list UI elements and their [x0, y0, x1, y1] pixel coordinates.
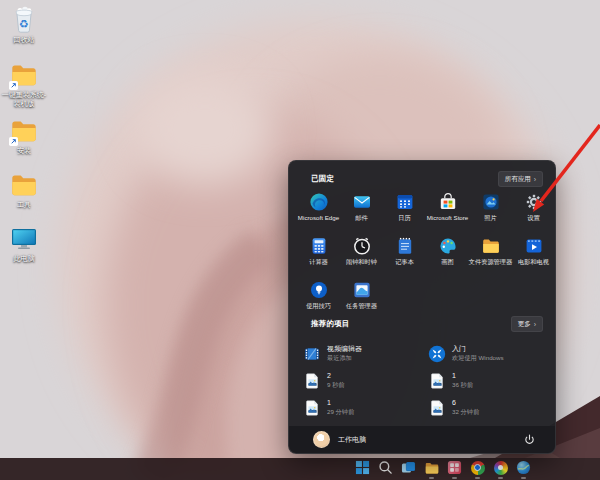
all-apps-label: 所有应用 — [505, 175, 531, 184]
rainbow-browser-icon — [493, 460, 509, 476]
pinned-app-notepad[interactable]: 记事本 — [383, 236, 426, 268]
pinned-app-settings[interactable]: 设置 — [512, 192, 555, 224]
taskbar-task-view-button[interactable] — [400, 459, 417, 479]
file-explorer-icon — [424, 460, 440, 476]
pinned-app-label: 使用技巧 — [306, 302, 331, 311]
desktop-icon-label: 一键重装系统- — [2, 91, 46, 99]
taskbar-file-explorer[interactable] — [423, 459, 440, 479]
recommended-subtitle: 9 秒前 — [327, 381, 345, 389]
pinned-app-task-manager[interactable]: 任务管理器 — [340, 280, 383, 312]
power-icon — [524, 434, 535, 445]
desktop-icon-label: 装机版 — [14, 100, 35, 108]
recommended-title: 6 — [452, 399, 479, 408]
calculator-icon — [309, 236, 329, 256]
search-icon — [378, 460, 394, 476]
taskbar-pink-app[interactable] — [446, 459, 463, 479]
taskbar — [0, 458, 600, 480]
folder-icon — [9, 116, 39, 146]
alarms-clock-icon — [352, 236, 372, 256]
pinned-app-mail[interactable]: 邮件 — [340, 192, 383, 224]
recommended-item-recent-file[interactable]: 129 分钟前 — [303, 398, 428, 417]
recommended-grid: 视频编辑器最近添加 入门欢迎使用 Windows 29 秒前 136 秒前 12… — [303, 344, 546, 417]
pinned-app-alarms-clock[interactable]: 闹钟和时钟 — [340, 236, 383, 268]
user-avatar[interactable] — [313, 431, 330, 448]
get-started-icon — [428, 344, 446, 364]
folder-icon — [9, 60, 39, 90]
recommended-subtitle: 29 分钟前 — [327, 408, 354, 416]
pinned-app-label: 设置 — [527, 214, 539, 223]
running-indicator — [429, 477, 434, 479]
more-button[interactable]: 更多 › — [511, 316, 543, 332]
desktop-icon-setup-shortcut[interactable]: 一键重装系统- 装机版 — [0, 60, 48, 108]
recommended-item-recent-file[interactable]: 29 秒前 — [303, 371, 428, 390]
running-indicator — [475, 477, 480, 479]
taskbar-chrome[interactable] — [469, 459, 486, 479]
desktop-icon-label: 工具 — [17, 201, 31, 209]
recommended-title: 1 — [327, 399, 354, 408]
taskbar-start-button[interactable] — [354, 459, 371, 479]
recommended-title: 1 — [452, 372, 473, 381]
image-file-icon — [428, 371, 446, 391]
settings-gear-icon — [524, 192, 544, 212]
pinned-app-microsoft-store[interactable]: Microsoft Store — [426, 192, 469, 224]
shortcut-arrow-icon — [9, 137, 18, 146]
pinned-app-label: 文件资源管理器 — [469, 258, 512, 267]
pinned-app-paint[interactable]: 画图 — [426, 236, 469, 268]
file-explorer-icon — [481, 236, 501, 256]
video-editor-icon — [303, 344, 321, 364]
recommended-item-recent-file[interactable]: 136 秒前 — [428, 371, 546, 390]
pinned-app-label: 日历 — [398, 214, 410, 223]
chevron-right-icon: › — [534, 321, 536, 328]
pinned-app-calculator[interactable]: 计算器 — [297, 236, 340, 268]
desktop-icon-tools-folder[interactable]: 工具 — [0, 170, 48, 209]
desktop-screen: ♻ 回收站 一键重装系统- 装机版 安装 — [0, 0, 600, 480]
desktop-icon-this-pc[interactable]: 此电脑 — [0, 224, 48, 263]
user-name[interactable]: 工作电脑 — [338, 435, 366, 445]
pinned-app-photos[interactable]: 照片 — [469, 192, 512, 224]
pinned-apps-grid: Microsoft Edge 邮件 日历 Microsoft Store 照片 — [297, 192, 555, 312]
recommended-item-get-started[interactable]: 入门欢迎使用 Windows — [428, 344, 546, 363]
running-indicator — [452, 477, 457, 479]
mail-icon — [352, 192, 372, 212]
desktop-icon-recycle-bin[interactable]: ♻ 回收站 — [0, 5, 48, 44]
desktop-icon-install-shortcut[interactable]: 安装 — [0, 116, 48, 155]
recommended-subtitle: 欢迎使用 Windows — [452, 354, 504, 362]
taskbar-icon-row — [354, 459, 532, 479]
svg-text:♻: ♻ — [19, 18, 29, 30]
task-manager-icon — [352, 280, 372, 300]
taskbar-globe-browser[interactable] — [515, 459, 532, 479]
desktop-icon-label: 此电脑 — [14, 255, 35, 263]
recommended-subtitle: 最近添加 — [327, 354, 362, 362]
start-menu-footer: 工作电脑 — [289, 426, 555, 453]
taskbar-rainbow-browser[interactable] — [492, 459, 509, 479]
desktop-icon-label: 回收站 — [14, 36, 35, 44]
pinned-app-microsoft-edge[interactable]: Microsoft Edge — [297, 192, 340, 224]
recommended-item-recent-file[interactable]: 632 分钟前 — [428, 398, 546, 417]
power-button[interactable] — [523, 434, 535, 446]
monitor-icon — [9, 224, 39, 254]
recommended-title: 2 — [327, 372, 345, 381]
calendar-icon — [395, 192, 415, 212]
all-apps-button[interactable]: 所有应用 › — [498, 171, 543, 187]
recommended-section-header: 推荐的项目 — [311, 319, 350, 329]
photos-icon — [481, 192, 501, 212]
task-view-icon — [401, 460, 417, 476]
recommended-title: 入门 — [452, 345, 504, 354]
store-icon — [438, 192, 458, 212]
pinned-app-label: 电影和电视 — [518, 258, 549, 267]
chrome-icon — [470, 460, 486, 476]
pinned-app-file-explorer[interactable]: 文件资源管理器 — [469, 236, 512, 268]
pinned-app-tips[interactable]: 使用技巧 — [297, 280, 340, 312]
pinned-app-label: Microsoft Edge — [298, 214, 339, 221]
pinned-app-movies-tv[interactable]: 电影和电视 — [512, 236, 555, 268]
tips-icon — [309, 280, 329, 300]
taskbar-search-button[interactable] — [377, 459, 394, 479]
pink-app-icon — [447, 460, 463, 476]
shortcut-arrow-icon — [9, 81, 18, 90]
pinned-app-label: 邮件 — [355, 214, 367, 223]
notepad-icon — [395, 236, 415, 256]
recommended-item-video-editor[interactable]: 视频编辑器最近添加 — [303, 344, 428, 363]
movies-tv-icon — [524, 236, 544, 256]
recommended-subtitle: 32 分钟前 — [452, 408, 479, 416]
pinned-app-calendar[interactable]: 日历 — [383, 192, 426, 224]
